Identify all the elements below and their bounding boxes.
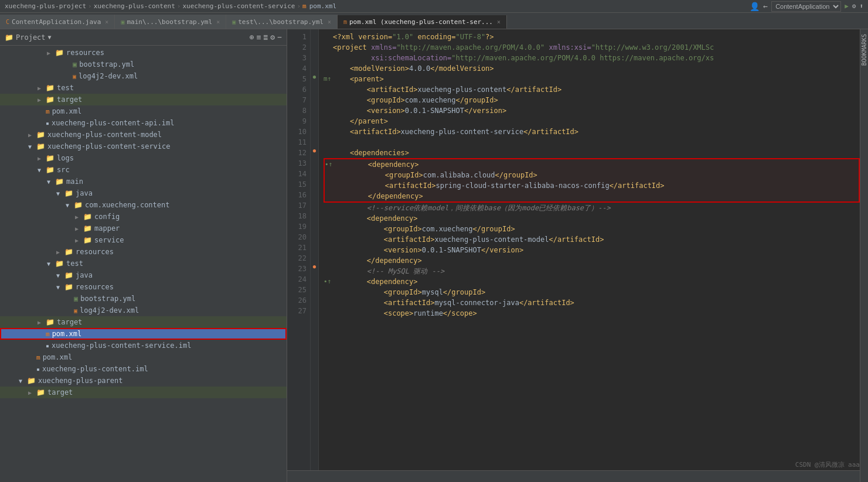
tree-item-java-test[interactable]: ▼ 📁 java [0,269,287,281]
avatar-icon: 👤 [750,2,760,11]
tab-main-bootstrap[interactable]: ▣ main\...\bootstrap.yml × [115,15,226,29]
sidebar-dropdown-arrow[interactable]: ▼ [48,34,52,40]
tree-item-label: com.xuecheng.content [85,201,170,209]
share-icon[interactable]: ⬆ [859,2,863,10]
tree-item-pom-service[interactable]: m pom.xml [0,328,287,340]
collapse-icon[interactable]: ≡ [257,33,261,42]
code-line-7: <groupId>com.xuecheng</groupId> [324,95,860,105]
run-config-dropdown[interactable]: ContentApplication [771,1,841,12]
tab-close-icon[interactable]: × [216,19,220,25]
tree-item-target-parent[interactable]: ▶ 📁 target [0,387,287,398]
tree-item-label: xuecheng-plus-content-model [47,131,162,139]
tree-item-label: java [76,271,93,279]
line-content-23: <!-- MySQL 驱动 --> [333,266,860,276]
tab-label: ContentApplication.java [12,18,101,26]
tree-item-target-1[interactable]: ▶ 📁 target [0,94,287,105]
tree-item-label: test [66,259,83,268]
breadcrumb-service[interactable]: xuecheng-plus-content-service [182,2,295,10]
module-icon: 📁 [27,377,36,385]
code-line-10: <artifactId>xuecheng-plus-content-servic… [324,127,860,137]
tree-item-test-1[interactable]: ▶ 📁 test [0,82,287,94]
fold-marker-24[interactable]: ● [311,261,318,272]
line-content-6: <artifactId>xuecheng-plus-content</artif… [333,84,860,95]
tab-label: pom.xml (xuecheng-plus-content-ser... [349,18,493,26]
tree-item-label: service [94,236,124,244]
folder-target-icon: 📁 [36,388,45,396]
hide-icon[interactable]: ≣ [264,33,268,42]
tree-item-iml-service[interactable]: ▪ xuecheng-plus-content-service.iml [0,340,287,351]
chevron-icon: ▶ [38,85,46,91]
tree-item-logs[interactable]: ▶ 📁 logs [0,152,287,164]
code-line-1: <?xml version="1.0" encoding="UTF-8"?> [324,32,860,42]
bookmarks-panel: BOOKMARKS [860,29,868,482]
tree-item-config[interactable]: ▶ 📁 config [0,211,287,223]
settings-icon[interactable]: ⚙ [270,33,275,42]
tab-pom-service[interactable]: m pom.xml (xuecheng-plus-content-ser... … [338,15,507,29]
tree-item-target-service[interactable]: ▶ 📁 target [0,316,287,328]
tree-item-resources-test[interactable]: ▼ 📁 resources [0,281,287,293]
tree-item-label: pom.xml [52,107,82,115]
run-icon[interactable]: ▶ [845,2,849,10]
breadcrumb-bar: xuecheng-plus-project › xuecheng-plus-co… [0,0,868,13]
tree-item-label: xuecheng-plus-content.iml [42,365,148,373]
tab-contentapplication[interactable]: C ContentApplication.java × [0,15,115,29]
tree-item-java[interactable]: ▼ 📁 java [0,187,287,199]
tree-item-bootstrap-test[interactable]: ▣ bootstrap.yml [0,293,287,305]
breadcrumb-project[interactable]: xuecheng-plus-project [5,2,86,10]
tree-item-resources-main[interactable]: ▶ 📁 resources [0,246,287,258]
tree-item-service-folder[interactable]: ▶ 📁 service [0,234,287,246]
code-line-20: <artifactId>xuecheng-plus-content-model<… [324,234,860,245]
tree-item-bootstrap-1[interactable]: ▣ bootstrap.yml [0,59,287,70]
tree-item-resources-1[interactable]: ▶ 📁 resources [0,47,287,59]
folder-resources-icon: 📁 [64,248,73,256]
code-line-18: <dependency> [324,213,860,224]
tree-item-label: mapper [94,224,120,233]
tree-item-test-service[interactable]: ▼ 📁 test [0,258,287,269]
tab-label: test\...\bootstrap.yml [238,18,324,26]
folder-icon: 📁 [55,259,64,268]
line-content-10: <artifactId>xuecheng-plus-content-servic… [333,127,860,137]
tab-close-icon[interactable]: × [105,19,108,25]
sidebar-controls: ⊕ ≡ ≣ ⚙ − [250,33,282,42]
tree-item-mapper[interactable]: ▶ 📁 mapper [0,223,287,234]
chevron-icon: ▶ [47,50,55,56]
tab-close-icon[interactable]: × [497,19,501,25]
tree-item-iml-api[interactable]: ▪ xuecheng-plus-content-api.iml [0,117,287,129]
tree-item-log4j2-test[interactable]: ▣ log4j2-dev.xml [0,305,287,316]
bookmarks-label[interactable]: BOOKMARKS [860,29,868,70]
tree-item-src[interactable]: ▼ 📁 src [0,164,287,176]
code-line-8: <version>0.0.1-SNAPSHOT</version> [324,105,860,116]
iml-icon: ▪ [36,366,40,372]
iml-icon: ▪ [46,120,49,127]
tree-item-log4j2-1[interactable]: ▣ log4j2-dev.xml [0,70,287,82]
line-content-17: <!--service依赖model，间接依赖base（因为mode已经依赖ba… [333,203,860,213]
tree-item-label: resources [76,283,114,291]
tree-item-content-service[interactable]: ▼ 📁 xuecheng-plus-content-service [0,141,287,152]
gear-icon[interactable]: ⚙ [852,2,856,10]
folder-resources-icon: 📁 [64,283,73,291]
scroll-from-source-icon[interactable]: ⊕ [250,33,254,42]
line-content-13: <dependency> [334,159,859,170]
tree-item-pom-content[interactable]: m pom.xml [0,351,287,363]
chevron-icon: ▶ [75,214,83,220]
tree-item-com-pkg[interactable]: ▼ 📁 com.xuecheng.content [0,199,287,211]
folder-resources-icon: 📁 [55,49,64,57]
code-editor[interactable]: <?xml version="1.0" encoding="UTF-8"?> <… [319,29,860,470]
breadcrumb-file: pom.xml [309,2,336,10]
tree-item-iml-content[interactable]: ▪ xuecheng-plus-content.iml [0,363,287,375]
line-content-7: <groupId>com.xuecheng</groupId> [333,95,860,105]
tree-item-parent[interactable]: ▼ 📁 xuecheng-plus-parent [0,375,287,387]
breadcrumb-content[interactable]: xuecheng-plus-content [94,2,175,10]
tab-test-bootstrap[interactable]: ▣ test\...\bootstrap.yml × [226,15,338,29]
fold-marker-5[interactable]: ● [311,71,318,82]
tree-item-label: bootstrap.yml [80,295,135,303]
tree-item-label: target [47,388,73,396]
tree-item-content-model[interactable]: ▶ 📁 xuecheng-plus-content-model [0,129,287,141]
tree-item-pom-api[interactable]: m pom.xml [0,105,287,117]
tree-item-main[interactable]: ▼ 📁 main [0,176,287,187]
fold-marker-13[interactable]: ● [311,145,318,156]
close-sidebar-icon[interactable]: − [277,33,282,42]
navigate-back-icon[interactable]: ← [763,2,768,11]
tab-close-icon[interactable]: × [328,19,331,25]
main-area: 📁 Project ▼ ⊕ ≡ ≣ ⚙ − ▶ 📁 resources [0,29,868,482]
